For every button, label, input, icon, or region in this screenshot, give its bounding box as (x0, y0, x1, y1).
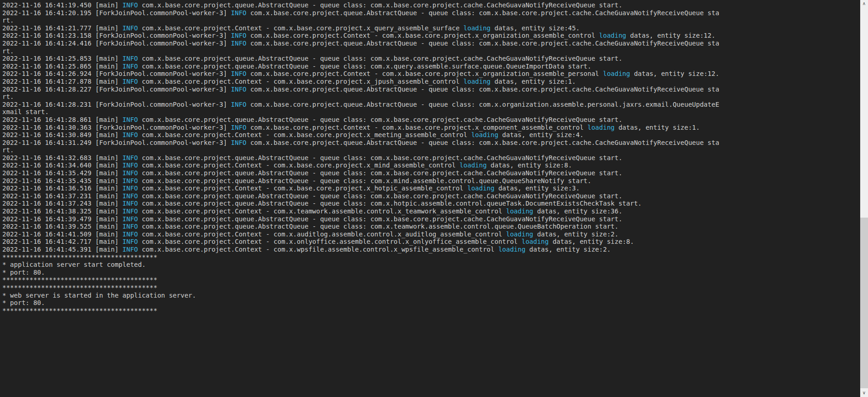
log-row: * port: 80. (2, 299, 860, 307)
log-row: 2022-11-16 16:41:32.683 [main] INFO com.… (2, 154, 860, 162)
log-row: 2022-11-16 16:41:39.479 [main] INFO com.… (2, 215, 860, 223)
log-text: com.x.base.core.project.queue.AbstractQu… (138, 169, 622, 177)
log-text: * web server is started in the applicati… (2, 292, 196, 299)
log-highlight-text: INFO (231, 40, 246, 47)
log-text: rt. (2, 146, 14, 154)
terminal-output: 2022-11-16 16:41:19.450 [main] INFO com.… (0, 0, 860, 397)
log-text: com.x.base.core.project.queue.AbstractQu… (138, 192, 622, 200)
log-row: 2022-11-16 16:41:19.450 [main] INFO com.… (2, 1, 860, 9)
log-text: com.x.base.core.project.queue.AbstractQu… (138, 55, 622, 62)
log-row: **************************************** (2, 253, 860, 261)
scroll-down-icon[interactable]: ∨ (860, 389, 868, 397)
log-text: xmail start. (2, 108, 49, 115)
log-row: 2022-11-16 16:41:30.363 [ForkJoinPool.co… (2, 124, 860, 132)
log-text: com.x.base.core.project.queue.AbstractQu… (246, 86, 719, 93)
log-text: 2022-11-16 16:41:39.525 [main] (2, 223, 122, 230)
log-highlight-text: INFO (122, 200, 138, 207)
log-text: datas, entity size:36. (533, 207, 622, 215)
log-highlight-text: INFO (122, 177, 138, 184)
log-text: **************************************** (2, 307, 157, 314)
log-text: 2022-11-16 16:41:34.640 [main] (2, 161, 122, 169)
log-highlight-text: loading (463, 24, 491, 32)
log-text: com.x.base.core.project.Context - com.x.… (138, 78, 463, 85)
log-text: datas, entity size:3. (494, 184, 579, 192)
log-text: **************************************** (2, 276, 157, 283)
log-text: com.x.base.core.project.queue.AbstractQu… (138, 63, 591, 70)
log-text: com.x.base.core.project.Context - com.x.… (138, 184, 467, 192)
log-text: 2022-11-16 16:41:42.717 [main] (2, 238, 122, 245)
log-text: com.x.base.core.project.Context - com.x.… (246, 124, 588, 131)
log-text: 2022-11-16 16:41:38.325 [main] (2, 207, 122, 215)
log-text: * port: 80. (2, 299, 45, 306)
log-row: 2022-11-16 16:41:20.195 [ForkJoinPool.co… (2, 9, 860, 17)
log-text: com.x.base.core.project.Context - com.x.… (138, 207, 506, 215)
scrollbar-thumb[interactable] (860, 218, 868, 388)
log-highlight-text: loading (506, 230, 533, 238)
log-text: rt. (2, 93, 14, 100)
log-text: 2022-11-16 16:41:28.231 [ForkJoinPool.co… (2, 101, 231, 108)
log-text: 2022-11-16 16:41:41.509 [main] (2, 230, 122, 238)
log-row: * application server start completed. (2, 261, 860, 269)
log-text: datas, entity size:8. (548, 238, 634, 245)
log-text: 2022-11-16 16:41:30.849 [main] (2, 131, 122, 138)
log-row: * web server is started in the applicati… (2, 292, 860, 299)
log-text: 2022-11-16 16:41:28.227 [ForkJoinPool.co… (2, 86, 231, 93)
log-highlight-text: INFO (122, 78, 138, 85)
log-highlight-text: INFO (122, 169, 138, 177)
log-text: com.x.base.core.project.Context - com.x.… (138, 24, 463, 32)
log-row: 2022-11-16 16:41:42.717 [main] INFO com.… (2, 238, 860, 246)
log-text: 2022-11-16 16:41:31.249 [ForkJoinPool.co… (2, 139, 231, 146)
log-text: 2022-11-16 16:41:21.777 [main] (2, 24, 122, 32)
scroll-up-icon[interactable]: ∧ (860, 0, 868, 8)
log-highlight-text: INFO (122, 192, 138, 200)
log-row: **************************************** (2, 276, 860, 284)
log-text: rt. (2, 17, 14, 24)
log-row: 2022-11-16 16:41:24.416 [ForkJoinPool.co… (2, 40, 860, 47)
log-text: com.x.base.core.project.Context - com.x.… (246, 70, 603, 77)
log-text: com.x.base.core.project.queue.AbstractQu… (246, 139, 719, 146)
log-text: com.x.base.core.project.queue.AbstractQu… (138, 154, 622, 161)
log-row: 2022-11-16 16:41:35.429 [main] INFO com.… (2, 169, 860, 177)
log-text: 2022-11-16 16:41:39.479 [main] (2, 215, 122, 223)
log-highlight-text: INFO (122, 63, 138, 70)
log-highlight-text: INFO (231, 139, 246, 146)
log-row: 2022-11-16 16:41:41.509 [main] INFO com.… (2, 230, 860, 238)
log-row: rt. (2, 93, 860, 101)
log-highlight-text: INFO (122, 238, 138, 245)
log-highlight-text: INFO (122, 116, 138, 123)
log-row: rt. (2, 146, 860, 154)
scrollbar-track[interactable] (860, 8, 868, 389)
vertical-scrollbar[interactable]: ∧ ∨ (860, 0, 868, 397)
log-text: 2022-11-16 16:41:27.878 [main] (2, 78, 122, 85)
log-highlight-text: loading (463, 78, 491, 85)
log-row: rt. (2, 17, 860, 24)
log-text: 2022-11-16 16:41:36.516 [main] (2, 184, 122, 192)
log-text: datas, entity size:45. (491, 24, 580, 32)
log-text: datas, entity size:1. (615, 124, 700, 131)
log-text: 2022-11-16 16:41:45.391 [main] (2, 246, 122, 253)
log-text: com.x.base.core.project.Context - com.x.… (138, 246, 498, 253)
log-highlight-text: INFO (122, 207, 138, 215)
log-row: 2022-11-16 16:41:23.158 [ForkJoinPool.co… (2, 32, 860, 40)
log-row: 2022-11-16 16:41:37.243 [main] INFO com.… (2, 200, 860, 207)
log-text: **************************************** (2, 253, 157, 261)
log-highlight-text: loading (521, 238, 548, 245)
log-text: com.x.base.core.project.queue.AbstractQu… (138, 215, 622, 223)
log-text: datas, entity size:2. (525, 246, 611, 253)
log-highlight-text: loading (588, 124, 615, 131)
log-highlight-text: loading (471, 131, 498, 138)
log-text: 2022-11-16 16:41:25.853 [main] (2, 55, 122, 62)
log-text: * application server start completed. (2, 261, 146, 268)
log-highlight-text: INFO (122, 154, 138, 161)
log-row: rt. (2, 47, 860, 55)
log-text: 2022-11-16 16:41:37.231 [main] (2, 192, 122, 200)
log-text: com.x.base.core.project.queue.AbstractQu… (138, 223, 618, 230)
log-text: com.x.base.core.project.Context - com.x.… (138, 161, 460, 169)
log-highlight-text: INFO (122, 161, 138, 169)
log-highlight-text: loading (506, 207, 533, 215)
log-row: 2022-11-16 16:41:45.391 [main] INFO com.… (2, 246, 860, 253)
log-text: rt. (2, 47, 14, 55)
log-text: com.x.base.core.project.Context - com.x.… (138, 131, 471, 138)
log-text: com.x.base.core.project.Context - com.x.… (138, 230, 506, 238)
log-text: com.x.base.core.project.queue.AbstractQu… (246, 101, 719, 108)
